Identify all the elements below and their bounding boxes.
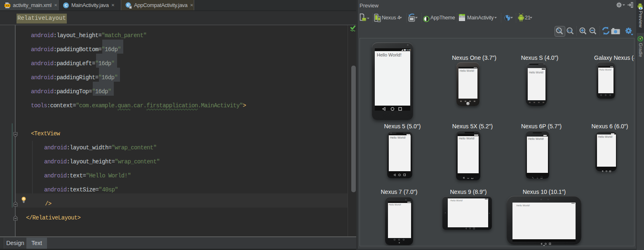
svg-text:<>: <> <box>6 4 9 7</box>
svg-text:1:1: 1:1 <box>567 29 572 33</box>
svg-text:C: C <box>65 3 68 7</box>
